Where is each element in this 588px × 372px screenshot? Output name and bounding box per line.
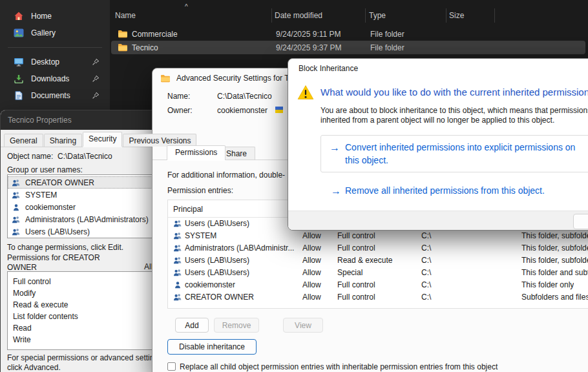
entry-access: Read & execute xyxy=(337,256,392,265)
column-header-type[interactable]: Type xyxy=(369,11,386,20)
principal-name: CREATOR OWNER xyxy=(25,178,94,187)
column-divider[interactable] xyxy=(446,8,446,23)
principal-name: Administrators (LAB\Administrators) xyxy=(25,215,149,224)
disable-inheritance-button[interactable]: Disable inheritance xyxy=(167,339,257,355)
permission-entry-row[interactable]: SYSTEM Allow Full control C:\ This folde… xyxy=(168,230,588,242)
entry-type: Allow xyxy=(302,231,321,240)
permission-entry-row[interactable]: CREATOR OWNER Allow Full control C:\ Sub… xyxy=(168,291,588,304)
object-name-label: Object name: xyxy=(7,152,53,161)
tab-security[interactable]: Security xyxy=(83,132,122,147)
block-inheritance-dialog: Block Inheritance What would you like to… xyxy=(288,58,588,231)
tab-sharing[interactable]: Sharing xyxy=(44,134,82,147)
sidebar-item-label: Gallery xyxy=(31,28,56,37)
view-button[interactable]: View xyxy=(283,318,323,333)
group-icon xyxy=(12,216,21,223)
file-type: File folder xyxy=(370,43,404,52)
block-dialog-body-line2: inherited from a parent object will no l… xyxy=(320,116,554,125)
cancel-button[interactable]: Cancel xyxy=(573,214,588,229)
advanced-title: Advanced Security Settings for Te xyxy=(176,74,293,83)
block-dialog-body-line1: You are about to block inheritance to th… xyxy=(320,106,588,115)
tab-permissions[interactable]: Permissions xyxy=(167,145,226,160)
permission-entry-row[interactable]: cookiemonster Allow Full control C:\ Thi… xyxy=(168,279,588,291)
sort-ascending-icon: ^ xyxy=(185,3,188,10)
entry-applies-to: This folder, subfolde... xyxy=(521,256,588,265)
convert-permissions-command-link[interactable]: → Convert inherited permissions into exp… xyxy=(320,135,588,172)
sidebar-item-downloads[interactable]: Downloads xyxy=(3,70,107,87)
gallery-icon xyxy=(14,28,24,37)
tab-previous-versions[interactable]: Previous Versions xyxy=(123,134,196,147)
group-icon xyxy=(173,256,182,264)
pin-icon xyxy=(92,92,100,99)
permission-entry-row[interactable]: Users (LAB\Users) Allow Special C:\ This… xyxy=(168,267,588,279)
group-icon xyxy=(12,179,21,187)
sidebar-item-desktop[interactable]: Desktop xyxy=(3,54,107,70)
column-header-date-modified[interactable]: Date modified xyxy=(275,11,322,20)
entry-principal: cookiemonster xyxy=(185,280,235,289)
documents-icon xyxy=(14,91,24,100)
entry-access: Full control xyxy=(337,231,375,240)
permission-entry-row[interactable]: Users (LAB\Users) Allow Read & execute C… xyxy=(168,254,588,267)
sidebar-item-label: Home xyxy=(31,12,52,21)
entry-access: Full control xyxy=(337,243,375,253)
entry-principal: Users (LAB\Users) xyxy=(185,268,249,277)
remove-button[interactable]: Remove xyxy=(214,318,259,333)
column-divider[interactable] xyxy=(271,8,272,23)
home-icon xyxy=(14,11,24,21)
info-text: For additional information, double- xyxy=(167,170,285,180)
user-icon xyxy=(173,281,182,289)
group-icon xyxy=(12,191,21,199)
properties-tabs: General Sharing Security Previous Versio… xyxy=(4,132,197,147)
replace-permissions-checkbox[interactable] xyxy=(167,362,176,371)
block-dialog-heading: What would you like to do with the curre… xyxy=(320,87,588,98)
group-icon xyxy=(173,232,182,240)
entry-access: Full control xyxy=(337,293,375,302)
pin-icon xyxy=(92,75,100,83)
owner-label: Owner: xyxy=(167,106,193,115)
owner-flag-icon xyxy=(275,107,283,113)
command-arrow-icon: → xyxy=(330,141,340,154)
column-divider[interactable] xyxy=(365,8,366,23)
warning-icon xyxy=(297,85,314,100)
remove-permissions-command-link[interactable]: Remove all inherited permissions from th… xyxy=(345,185,545,197)
entry-principal: Administrators (LAB\Administr... xyxy=(185,243,294,253)
convert-permissions-label-line1: Convert inherited permissions into expli… xyxy=(345,141,575,154)
entries-label: Permission entries: xyxy=(167,186,233,195)
group-icon xyxy=(173,244,182,252)
sidebar-item-home[interactable]: Home xyxy=(3,8,107,25)
sidebar-item-documents[interactable]: Documents xyxy=(3,87,107,104)
column-divider[interactable] xyxy=(494,8,495,23)
principal-name: cookiemonster xyxy=(25,203,76,212)
pin-icon xyxy=(92,58,100,66)
group-icon xyxy=(173,293,182,301)
file-row-commerciale[interactable]: Commerciale 9/24/2025 9:11 PM File folde… xyxy=(111,27,585,41)
properties-title: Tecnico Properties xyxy=(8,116,72,125)
block-inheritance-title-bar[interactable]: Block Inheritance xyxy=(288,59,588,78)
add-button[interactable]: Add xyxy=(175,318,209,333)
entry-inherited-from: C:\ xyxy=(421,243,431,253)
principal-column-header[interactable]: Principal xyxy=(173,205,203,214)
entry-access: Special xyxy=(337,268,362,277)
sidebar-item-gallery[interactable]: Gallery xyxy=(3,25,107,41)
desktop: Home Gallery Desktop Downloads Documents xyxy=(0,0,588,372)
column-header-size[interactable]: Size xyxy=(449,11,464,20)
permissions-for-label: Permissions for CREATOR OWNER xyxy=(7,253,120,273)
entry-applies-to: This folder, subfolde... xyxy=(521,243,588,253)
file-list-header: ^ Name Date modified Type Size xyxy=(110,8,588,23)
file-row-tecnico[interactable]: Tecnico 9/24/2025 9:37 PM File folder xyxy=(111,41,585,54)
tab-general[interactable]: General xyxy=(4,134,43,147)
entry-inherited-from: C:\ xyxy=(421,256,431,265)
entry-type: Allow xyxy=(302,293,321,302)
group-icon xyxy=(173,220,182,227)
file-date-modified: 9/24/2025 9:11 PM xyxy=(276,30,341,39)
entry-applies-to: This folder and subf... xyxy=(521,268,588,277)
column-header-name[interactable]: Name xyxy=(115,11,136,20)
user-icon xyxy=(12,203,21,211)
permission-entry-row[interactable]: Administrators (LAB\Administr... Allow F… xyxy=(168,242,588,254)
principal-name: SYSTEM xyxy=(25,191,57,200)
entry-type: Allow xyxy=(302,243,321,253)
convert-permissions-label-line2: this object. xyxy=(345,154,388,167)
group-or-user-label: Group or user names: xyxy=(7,165,83,174)
object-name-value: C:\Data\Tecnico xyxy=(58,152,112,161)
entry-principal: Users (LAB\Users) xyxy=(185,219,249,228)
entry-principal: SYSTEM xyxy=(185,231,216,240)
